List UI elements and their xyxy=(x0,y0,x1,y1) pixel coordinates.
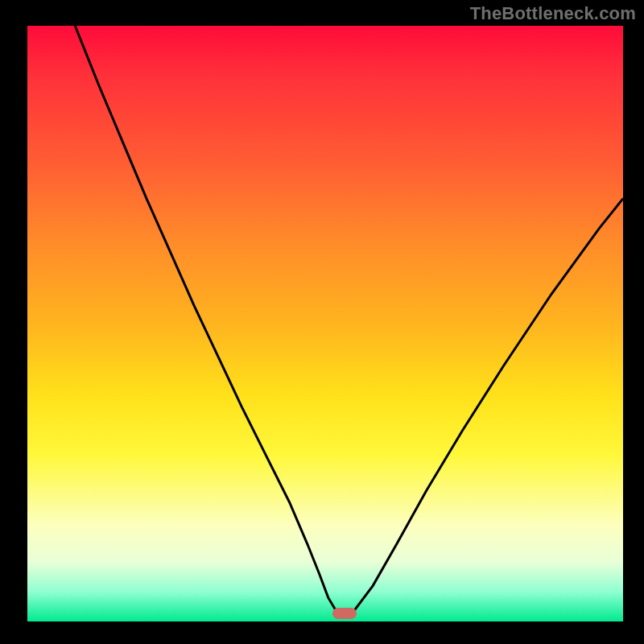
bottleneck-marker xyxy=(332,608,357,619)
watermark-text: TheBottleneck.com xyxy=(470,3,636,24)
plot-background-gradient xyxy=(27,26,623,621)
plot-container xyxy=(27,26,623,621)
chart-frame: TheBottleneck.com xyxy=(0,0,644,644)
